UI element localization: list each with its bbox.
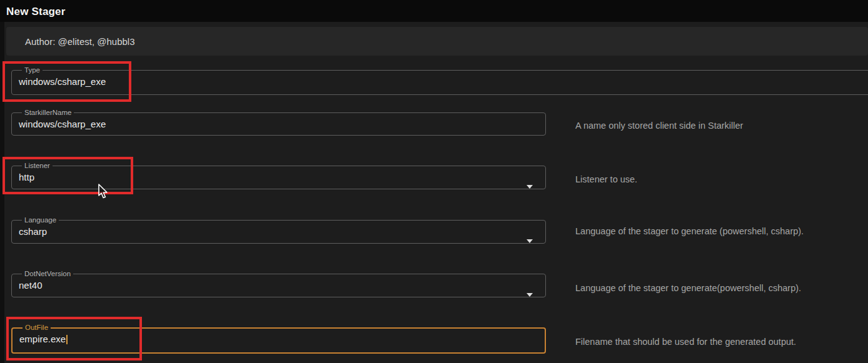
outfile-label: OutFile bbox=[23, 324, 51, 332]
page-title: New Stager bbox=[6, 6, 66, 18]
listener-helper: Listener to use. bbox=[575, 174, 637, 184]
starkillername-value: windows/csharp_exe bbox=[19, 119, 545, 129]
language-select[interactable]: Language csharp bbox=[11, 216, 546, 244]
type-select[interactable]: Type windows/csharp_exe bbox=[11, 66, 868, 95]
listener-value: http bbox=[19, 172, 545, 182]
outfile-input[interactable]: OutFile empire.exe bbox=[11, 324, 546, 354]
outfile-value: empire.exe bbox=[19, 334, 545, 344]
type-label: Type bbox=[22, 66, 43, 74]
dotnetversion-select[interactable]: DotNetVersion net40 bbox=[11, 270, 546, 297]
text-caret bbox=[66, 335, 68, 344]
outfile-helper: Filename that should be used for the gen… bbox=[575, 337, 796, 347]
new-stager-form: Author: @elitest, @hubbl3 Type windows/c… bbox=[4, 22, 868, 363]
language-label: Language bbox=[22, 216, 59, 224]
listener-label: Listener bbox=[22, 162, 53, 170]
starkillername-helper: A name only stored client side in Starki… bbox=[575, 121, 743, 131]
dotnetversion-value: net40 bbox=[19, 280, 545, 291]
author-text: Author: @elitest, @hubbl3 bbox=[25, 36, 135, 47]
dotnetversion-helper: Language of the stager to generate(power… bbox=[575, 283, 801, 293]
author-panel: Author: @elitest, @hubbl3 bbox=[6, 27, 868, 56]
chevron-down-icon[interactable] bbox=[527, 239, 533, 243]
starkillername-input[interactable]: StarkillerName windows/csharp_exe bbox=[11, 109, 546, 136]
listener-select[interactable]: Listener http bbox=[11, 162, 546, 189]
starkillername-label: StarkillerName bbox=[22, 109, 74, 117]
chevron-down-icon[interactable] bbox=[527, 185, 533, 189]
chevron-down-icon[interactable] bbox=[527, 293, 533, 297]
language-value: csharp bbox=[19, 226, 545, 237]
mouse-cursor bbox=[97, 184, 111, 200]
dotnetversion-label: DotNetVersion bbox=[22, 270, 73, 278]
title-bar bbox=[0, 0, 868, 22]
language-helper: Language of the stager to generate (powe… bbox=[575, 226, 804, 236]
type-value: windows/csharp_exe bbox=[19, 76, 868, 87]
